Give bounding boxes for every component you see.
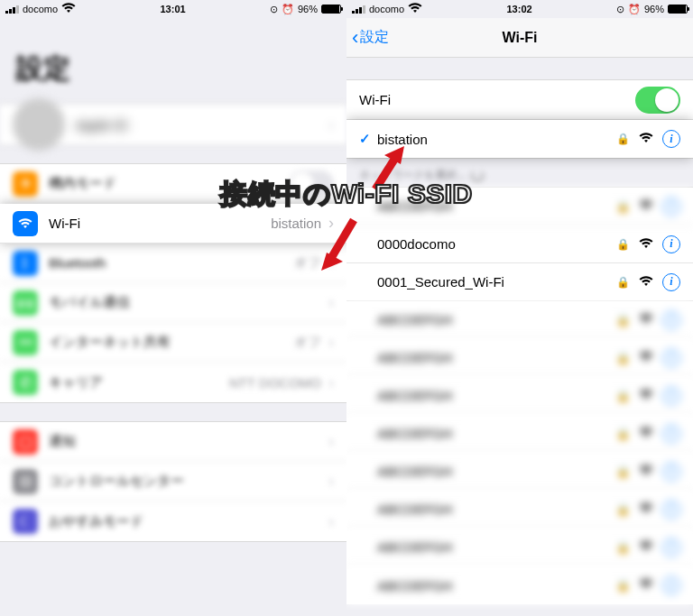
row-dnd[interactable]: ☾ おやすみモード › — [0, 501, 346, 541]
network-row[interactable]: ABCDEFGH🔒i — [346, 339, 693, 377]
system-group: ▢ 通知 › ⊟ コントロールセンター › ☾ おやすみモード › — [0, 421, 346, 542]
lock-icon: 🔒 — [616, 314, 630, 326]
hotspot-label: インターネット共有 — [49, 334, 294, 351]
ssid-label: ABCDEFGH — [377, 426, 616, 441]
apple-id-group[interactable]: Apple ID › — [0, 104, 346, 145]
ssid-label: 0000docomo — [377, 236, 616, 252]
info-button[interactable]: i — [662, 463, 680, 481]
lock-icon: 🔒 — [616, 133, 630, 145]
chevron-left-icon: ‹ — [352, 28, 358, 48]
row-bluetooth[interactable]: ᛒ Bluetooth オフ › — [0, 244, 346, 283]
network-row[interactable]: ABCDEFGH🔒i — [346, 377, 693, 415]
carrier-value: NTT DOCOMO — [229, 375, 321, 391]
status-bar: docomo 13:01 ⊙ ⏰ 96% — [0, 0, 346, 18]
network-row[interactable]: ABCDEFGH🔒i — [346, 566, 693, 604]
alarm-icon-2: ⏰ — [282, 4, 294, 15]
network-list: ABCDEFGH🔒i0000docomo🔒i0001_Secured_Wi-Fi… — [346, 187, 693, 604]
clock: 13:01 — [160, 4, 185, 14]
hotspot-value: オフ — [294, 334, 321, 351]
controlcenter-label: コントロールセンター — [49, 473, 328, 490]
nav-title: Wi-Fi — [503, 30, 538, 46]
notifications-label: 通知 — [49, 433, 328, 450]
row-hotspot[interactable]: ⚯ インターネット共有 オフ › — [0, 323, 346, 363]
clock: 13:02 — [506, 4, 531, 14]
cellular-label: モバイル通信 — [49, 294, 328, 311]
signal-icon — [5, 5, 19, 14]
wifi-strength-icon — [639, 274, 653, 290]
wifi-strength-icon — [639, 577, 653, 593]
ssid-label: ABCDEFGH — [377, 464, 616, 479]
lock-icon: 🔒 — [616, 238, 630, 251]
row-cellular[interactable]: ((•)) モバイル通信 › — [0, 283, 346, 323]
ssid-label: ABCDEFGH — [377, 350, 616, 365]
bluetooth-icon: ᛒ — [13, 251, 38, 276]
carrier-label: docomo — [23, 4, 58, 14]
wifi-strength-icon — [639, 312, 653, 328]
row-carrier[interactable]: ✆ キャリア NTT DOCOMO › — [0, 363, 346, 402]
wifi-status-icon — [408, 3, 422, 15]
back-button[interactable]: ‹ 設定 — [352, 28, 389, 48]
ssid-label: ABCDEFGH — [377, 578, 616, 593]
info-button[interactable]: i — [662, 501, 680, 519]
info-button[interactable]: i — [662, 311, 680, 329]
ssid-label: ABCDEFGH — [377, 539, 616, 555]
wifi-switch[interactable] — [635, 87, 680, 114]
connected-ssid: bistation — [377, 132, 616, 147]
row-wifi-toggle[interactable]: Wi-Fi — [346, 80, 693, 120]
dnd-label: おやすみモード — [49, 513, 328, 530]
airplane-toggle[interactable] — [289, 170, 334, 198]
settings-screen: docomo 13:01 ⊙ ⏰ 96% 設定 Apple ID › ✈ 機内モ… — [0, 0, 346, 616]
wifi-screen: docomo 13:02 ⊙ ⏰ 96% ‹ 設定 Wi-Fi Wi-Fi ✓ … — [346, 0, 693, 616]
ssid-label: 0001_Secured_Wi-Fi — [377, 274, 616, 290]
info-button[interactable]: i — [662, 273, 680, 291]
chevron-right-icon: › — [328, 472, 334, 491]
network-row[interactable]: ABCDEFGH🔒i — [346, 301, 693, 339]
network-row[interactable]: 0001_Secured_Wi-Fi🔒i — [346, 263, 693, 301]
airplane-icon: ✈ — [13, 171, 38, 197]
chevron-right-icon: › — [328, 373, 334, 392]
chevron-right-icon: › — [328, 432, 334, 451]
airplane-label: 機内モード — [49, 175, 289, 192]
wifi-strength-icon — [639, 539, 653, 556]
network-row[interactable]: 0000docomo🔒i — [346, 225, 693, 263]
arrow-right-icon — [368, 144, 410, 195]
row-controlcenter[interactable]: ⊟ コントロールセンター › — [0, 462, 346, 501]
info-button[interactable]: i — [662, 130, 680, 148]
wifi-label: Wi-Fi — [49, 216, 271, 231]
wifi-strength-icon — [639, 426, 653, 442]
chevron-right-icon: › — [328, 115, 334, 134]
wifi-strength-icon — [639, 388, 653, 404]
wifi-strength-icon — [639, 198, 653, 215]
lock-icon: 🔒 — [616, 276, 630, 289]
wifi-strength-icon — [639, 350, 653, 366]
info-button[interactable]: i — [662, 235, 680, 253]
network-row[interactable]: ABCDEFGH🔒i — [346, 415, 693, 453]
carrier-label: docomo — [369, 4, 404, 14]
ssid-label: ABCDEFGH — [377, 198, 616, 214]
battery-icon — [668, 5, 688, 14]
page-title: 設定 — [0, 18, 346, 104]
info-button[interactable]: i — [662, 198, 680, 216]
info-button[interactable]: i — [662, 425, 680, 443]
network-row[interactable]: ABCDEFGH🔒i — [346, 453, 693, 491]
wifi-toggle-label: Wi-Fi — [359, 92, 635, 107]
back-label: 設定 — [360, 28, 389, 47]
chevron-right-icon: › — [328, 293, 334, 312]
navbar: ‹ 設定 Wi-Fi — [346, 18, 693, 58]
carrier-icon: ✆ — [13, 370, 38, 395]
info-button[interactable]: i — [662, 538, 680, 556]
info-button[interactable]: i — [662, 387, 680, 405]
info-button[interactable]: i — [662, 349, 680, 367]
row-airplane[interactable]: ✈ 機内モード — [0, 164, 346, 204]
wifi-icon — [13, 211, 38, 236]
network-row[interactable]: ABCDEFGH🔒i — [346, 529, 693, 566]
alarm-icon: ⊙ — [270, 4, 278, 15]
row-wifi[interactable]: Wi-Fi bistation › — [0, 204, 346, 244]
alarm-icon-2: ⏰ — [628, 4, 641, 15]
row-notifications[interactable]: ▢ 通知 › — [0, 422, 346, 462]
info-button[interactable]: i — [662, 576, 680, 594]
lock-icon: 🔒 — [616, 465, 630, 478]
network-row[interactable]: ABCDEFGH🔒i — [346, 491, 693, 529]
battery-pct: 96% — [644, 4, 664, 14]
avatar — [13, 98, 65, 151]
